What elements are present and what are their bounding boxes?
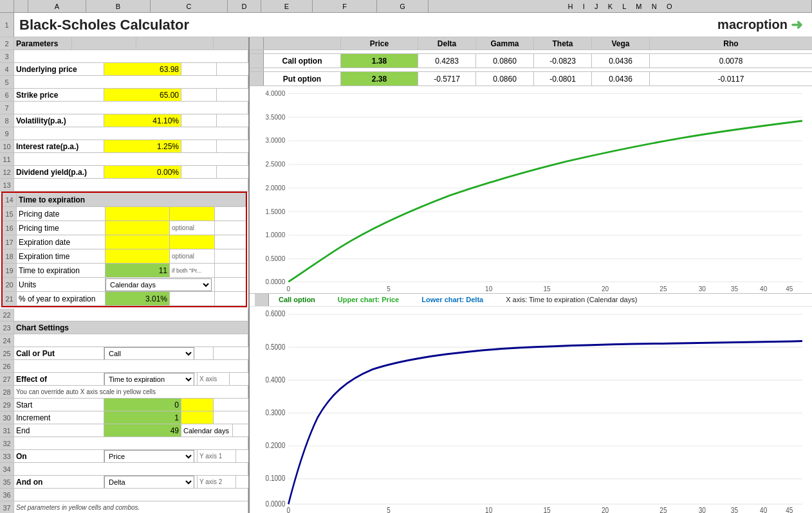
effect-of-select[interactable]: Time to expiration Volatility Underlying… [104, 373, 194, 385]
row-num-28: 28 [0, 386, 14, 398]
col-header-b: B [86, 0, 151, 12]
strike-price-input[interactable]: 65.00 [104, 89, 181, 101]
expiration-time-note: optional [170, 249, 215, 263]
call-vega: 0.0436 [592, 54, 650, 68]
row-num-11: 11 [0, 153, 14, 165]
brand-name: macroption [717, 17, 788, 32]
row-num-36: 36 [0, 489, 14, 501]
row-num-32: 32 [0, 437, 14, 449]
put-vega: 0.0436 [592, 72, 650, 86]
row-num-16: 16 [3, 221, 17, 235]
start-label: Start [14, 399, 104, 411]
row-num-24: 24 [0, 334, 14, 346]
interest-rate-input[interactable]: 1.25% [104, 140, 181, 152]
col-header-e: E [261, 0, 313, 12]
call-or-put-select[interactable]: Call Put [104, 347, 194, 359]
svg-text:4.0000: 4.0000 [266, 89, 286, 97]
col-header-c: C [151, 0, 228, 12]
pricing-time-note: optional [170, 221, 215, 235]
pct-year-label: % of year to expiration [17, 292, 106, 305]
put-price: 2.38 [341, 72, 418, 86]
spreadsheet: A B C D E F G H I J K L M N O 1 Black-Sc… [0, 0, 812, 513]
col-header-a: A [28, 0, 86, 12]
row-num-21: 21 [3, 292, 17, 305]
header-delta: Delta [418, 37, 476, 50]
row-num-17: 17 [3, 235, 17, 249]
volatility-input[interactable]: 41.10% [104, 114, 181, 127]
page-title: Black-Scholes Calculator [19, 17, 189, 33]
row-num-5: 5 [0, 76, 14, 88]
expiration-date-input[interactable] [106, 235, 170, 249]
end-suffix: Calendar days [181, 424, 233, 437]
and-on-note: Y axis 2 [198, 476, 236, 488]
svg-text:0: 0 [286, 285, 290, 293]
on-note: Y axis 1 [198, 450, 236, 462]
row-num-22: 22 [0, 309, 14, 321]
svg-text:20: 20 [602, 506, 609, 513]
chart-label-call: Call option [279, 296, 315, 303]
effect-of-note: X axis [198, 373, 230, 385]
svg-text:35: 35 [731, 285, 738, 293]
brand-arrow-icon: ➜ [791, 17, 802, 33]
interest-rate-label: Interest rate (p.a.) [14, 140, 104, 152]
expiration-time-input[interactable] [106, 249, 170, 263]
pricing-time-label: Pricing time [17, 221, 106, 235]
put-gamma: 0.0860 [476, 72, 534, 86]
expiration-time-label: Expiration time [17, 249, 106, 263]
svg-text:0.6000: 0.6000 [266, 309, 286, 318]
increment-value: 1 [104, 411, 181, 424]
pricing-time-input[interactable] [106, 221, 170, 235]
svg-text:0.2000: 0.2000 [266, 441, 286, 449]
expiration-date-label: Expiration date [17, 235, 106, 249]
row-num-37: 37 [0, 501, 14, 513]
units-dropdown-cell: Calendar days Trading days Years [106, 278, 215, 291]
call-option-label: Call option [264, 54, 341, 68]
dividend-yield-label: Dividend yield (p.a.) [14, 166, 104, 178]
col-header-rest: H I J K L M N O [429, 0, 812, 12]
pricing-date-extra[interactable] [170, 207, 215, 221]
on-label: On [14, 450, 104, 462]
units-label: Units [17, 278, 106, 291]
call-gamma: 0.0860 [476, 54, 534, 68]
put-option-label: Put option [264, 72, 341, 86]
underlying-price-input[interactable]: 63.98 [104, 63, 181, 75]
tte-note: if both "Pr... [170, 264, 215, 277]
row-num-23: 23 [0, 321, 14, 334]
call-price: 1.38 [341, 54, 418, 68]
units-select[interactable]: Calendar days Trading days Years [106, 278, 212, 291]
svg-text:20: 20 [602, 285, 609, 293]
call-rho: 0.0078 [650, 54, 812, 68]
svg-text:0.1000: 0.1000 [266, 474, 286, 482]
upper-chart: 4.0000 3.5000 3.0000 2.5000 2.0000 1.500… [250, 86, 812, 293]
row-num-8: 8 [0, 114, 14, 127]
chart-settings-header: Chart Settings [14, 321, 248, 334]
row-num-9: 9 [0, 127, 14, 140]
row-num-13: 13 [0, 179, 14, 191]
svg-text:2.0000: 2.0000 [266, 183, 286, 192]
svg-text:40: 40 [760, 506, 767, 513]
start-value: 0 [104, 399, 181, 411]
and-on-select[interactable]: Delta Gamma Price [104, 476, 194, 488]
on-select[interactable]: Price Delta Gamma [104, 450, 194, 462]
lower-chart: 0.6000 0.5000 0.4000 0.3000 0.2000 0.100… [250, 307, 812, 514]
svg-text:3.5000: 3.5000 [266, 113, 286, 121]
row-num-6: 6 [0, 89, 14, 101]
tte-section: 14 Time to expiration 15 Pricing date 16… [1, 192, 247, 307]
pricing-date-input[interactable] [106, 207, 170, 221]
put-theta: -0.0801 [534, 72, 592, 86]
svg-text:5: 5 [387, 285, 391, 293]
svg-text:10: 10 [485, 506, 492, 513]
row-num-2: 2 [0, 37, 14, 50]
row-num-20: 20 [3, 278, 17, 291]
svg-text:0.4000: 0.4000 [266, 375, 286, 384]
dividend-yield-input[interactable]: 0.00% [104, 166, 181, 178]
chart-label-upper: Upper chart: Price [338, 296, 399, 303]
note1: Set parameters in yellow cells and combo… [14, 501, 248, 513]
volatility-label: Volatility (p.a.) [14, 114, 104, 127]
row-num-1: 1 [0, 13, 14, 37]
expiration-date-extra[interactable] [170, 235, 215, 249]
col-header-g: G [377, 0, 429, 12]
svg-text:45: 45 [786, 285, 793, 293]
svg-text:0.5000: 0.5000 [266, 254, 286, 262]
end-value: 49 [104, 424, 181, 437]
